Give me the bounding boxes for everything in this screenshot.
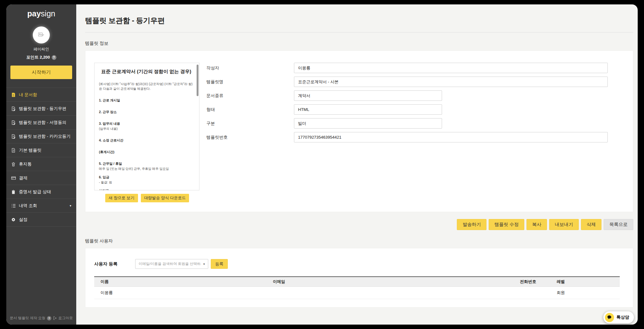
cell-level: 회원 (557, 290, 620, 296)
sidebar-item-payment[interactable]: 결제 (6, 171, 76, 185)
template-number-label: 템플릿번호 (206, 135, 294, 140)
member-search-placeholder: 이메일/이름을 검색하여 회원을 선택하세요. (139, 262, 201, 266)
sidebar-item-my-documents[interactable]: 내 문서함 (6, 88, 76, 102)
preview-line: {회사명} (이하 "사업주"라 함)과(와) {근로자명} (이하 "근로자"… (99, 82, 193, 91)
edit-template-button[interactable]: 템플릿 수정 (489, 219, 524, 230)
document-edit-icon (11, 134, 16, 139)
preview-line: 2. 근무 장소 (99, 110, 193, 114)
preview-line: 상여금 (99, 189, 193, 190)
user-register-row: 사용자 등록 이메일/이름을 검색하여 회원을 선택하세요. ▼ 등록 (94, 259, 624, 269)
col-name: 이름 (94, 279, 273, 285)
card-icon (11, 175, 16, 181)
preview-buttons: 새 창으로 보기 대량발송 양식 다운로드 (94, 194, 200, 202)
sidebar-item-trash[interactable]: 휴지통 (6, 157, 76, 171)
sidebar-menu: 내 문서함 템플릿 보관함 - 등기우편 템플릿 보관함 - 서명동의 템플릿 … (6, 88, 76, 227)
cell-name: 이몽룡 (94, 290, 273, 296)
form-row-category: 구분 (206, 118, 608, 129)
sidebar-item-label: 내 문서함 (19, 92, 37, 98)
sidebar-item-template-box-registered-mail[interactable]: 템플릿 보관함 - 등기우편 (6, 102, 76, 116)
format-label: 형태 (206, 107, 294, 113)
sidebar-item-template-box-kakao-registered[interactable]: 템플릿 보관함 - 카카오등기 (6, 130, 76, 143)
open-new-window-button[interactable]: 새 창으로 보기 (105, 194, 138, 202)
start-button[interactable]: 시작하기 (10, 66, 72, 79)
sidebar-item-label: 휴지통 (19, 161, 32, 167)
sidebar-item-history[interactable]: 내역 조회 ▼ (6, 199, 76, 213)
template-info-card: 표준 근로계약서 (기간의 정함이 없는 경우) {회사명} (이하 "사업주"… (85, 50, 633, 212)
document-icon (11, 147, 16, 153)
send-button[interactable]: 발송하기 (457, 219, 486, 230)
author-label: 작성자 (206, 65, 294, 71)
points-label: 포인트 2,200 (26, 55, 50, 60)
copy-button[interactable]: 복사 (526, 219, 547, 230)
preview-doc-title: 표준 근로계약서 (기간의 정함이 없는 경우) (99, 69, 193, 75)
chevron-down-icon: ▼ (69, 204, 73, 207)
author-input[interactable] (294, 63, 608, 73)
member-search-select[interactable]: 이메일/이름을 검색하여 회원을 선택하세요. ▼ (135, 259, 208, 269)
export-button[interactable]: 내보내기 (549, 219, 579, 230)
document-icon (11, 92, 16, 97)
sidebar-item-label: 템플릿 보관함 - 서명동의 (19, 120, 66, 125)
bulk-send-download-button[interactable]: 대량발송 양식 다운로드 (141, 194, 189, 202)
preview-line: (휴게시간) (99, 150, 193, 154)
col-level: 레벨 (557, 279, 620, 285)
preview-line: (업무의 내용) (99, 127, 193, 131)
sidebar-item-template-box-signature-consent[interactable]: 템플릿 보관함 - 서명동의 (6, 116, 76, 130)
logout-link[interactable]: 로그아웃 (53, 316, 73, 320)
sidebar-item-label: 내역 조회 (19, 203, 37, 209)
sidebar-item-basic-template[interactable]: 기본 템플릿 (6, 143, 76, 157)
template-request-label: 문서 템플릿 제작 요청 (10, 316, 45, 320)
sidebar-item-settings[interactable]: 설정 (6, 213, 76, 227)
list-icon (11, 203, 16, 208)
col-phone: 전화번호 (520, 279, 557, 285)
users-table-header: 이름 이메일 전화번호 레벨 (94, 277, 620, 287)
chevron-down-icon: ▼ (203, 263, 205, 266)
preview-line: 1. 근로 개시일 (99, 98, 193, 103)
sidebar-item-label: 기본 템플릿 (19, 147, 41, 153)
doc-type-input[interactable] (294, 90, 442, 101)
format-input[interactable] (294, 104, 442, 115)
sidebar-item-label: 증명서 발급 상태 (19, 189, 51, 195)
preview-scrollbar[interactable] (197, 65, 198, 96)
action-buttons: 발송하기 템플릿 수정 복사 내보내기 삭제 목록으로 (85, 219, 633, 230)
app-window: paysign 페이싸인 포인트 2,200 ? 시작하기 (6, 4, 638, 325)
gear-icon (11, 217, 16, 222)
sidebar-item-certificate-status[interactable]: 증명서 발급 상태 (6, 185, 76, 199)
template-users-card: 사용자 등록 이메일/이름을 검색하여 회원을 선택하세요. ▼ 등록 이름 이… (85, 248, 633, 308)
points-help-icon[interactable]: ? (52, 55, 56, 60)
template-request-link[interactable]: 문서 템플릿 제작 요청 ? (10, 316, 51, 320)
preview-line: 3. 업무의 내용 (99, 122, 193, 126)
sidebar: paysign 페이싸인 포인트 2,200 ? 시작하기 (6, 4, 76, 325)
section-template-info-label: 템플릿 정보 (85, 41, 633, 46)
form-row-author: 작성자 (206, 63, 608, 73)
chat-consult-button[interactable]: 톡상담 (603, 311, 634, 323)
table-row[interactable]: 이몽룡 회원 (94, 287, 620, 299)
preview-line: 4. 소정 근로시간 (99, 138, 193, 143)
category-input[interactable] (294, 118, 442, 129)
user-register-label: 사용자 등록 (94, 261, 135, 267)
template-name-input[interactable] (294, 77, 608, 87)
preview-column: 표준 근로계약서 (기간의 정함이 없는 경우) {회사명} (이하 "사업주"… (94, 63, 200, 202)
template-name-label: 템플릿명 (206, 79, 294, 85)
trash-icon (11, 161, 16, 167)
col-email: 이메일 (273, 279, 520, 285)
request-help-icon[interactable]: ? (47, 316, 51, 320)
document-preview[interactable]: 표준 근로계약서 (기간의 정함이 없는 경우) {회사명} (이하 "사업주"… (94, 63, 199, 190)
form-row-template-number: 템플릿번호 (206, 132, 608, 142)
avatar (33, 26, 50, 43)
points-row: 포인트 2,200 ? (6, 55, 76, 60)
register-button[interactable]: 등록 (211, 259, 228, 269)
template-info-form: 작성자 템플릿명 문서종류 형태 구분 (206, 63, 624, 202)
document-edit-icon (11, 106, 16, 111)
preview-line: - 월급: 원 (99, 180, 193, 185)
sidebar-item-label: 템플릿 보관함 - 등기우편 (19, 106, 66, 112)
section-template-users-label: 템플릿 사용자 (85, 238, 633, 244)
clipboard-icon (11, 189, 16, 194)
logout-label: 로그아웃 (58, 316, 73, 320)
back-to-list-button[interactable]: 목록으로 (604, 219, 633, 230)
template-number-input[interactable] (294, 132, 608, 142)
sidebar-footer: 문서 템플릿 제작 요청 ? 로그아웃 (10, 316, 73, 320)
delete-button[interactable]: 삭제 (581, 219, 601, 230)
logout-icon (53, 316, 57, 320)
sidebar-item-label: 결제 (19, 175, 27, 181)
preview-line: 매주 일 (또는 매일 단위) 근무, 주휴일 매주 일요일 (99, 167, 193, 171)
